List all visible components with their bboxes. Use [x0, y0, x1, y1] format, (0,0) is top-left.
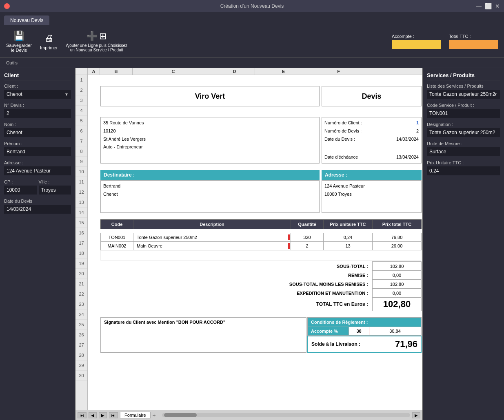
client-field-group: Client : Chenot ▼	[4, 84, 71, 99]
date-echeance-value: 13/04/2024	[396, 153, 419, 161]
table-header-row: Code Description Quantité Prix unitaire …	[89, 219, 422, 261]
code-field-group: Code Service / Produit :	[427, 103, 500, 118]
tab-nouveau-devis[interactable]: Nouveau Devis	[4, 15, 49, 25]
signature-label: Signature du Client avec Mention "BON PO…	[104, 320, 303, 325]
rn-6: 6	[75, 126, 87, 136]
maximize-icon[interactable]: ⬜	[485, 3, 492, 9]
row-9	[89, 164, 422, 170]
dest-address-cell: 124 Avenue Pasteur 10000 Troyes	[322, 180, 422, 213]
scroll-right-btn[interactable]: ▶	[412, 412, 420, 418]
date-field-group: Date du Devis	[4, 199, 71, 214]
client-select[interactable]: Chenot	[4, 90, 71, 99]
rn-14: 14	[75, 208, 87, 218]
addr4: Auto - Entrepreneur	[103, 143, 317, 151]
rn-11: 11	[75, 177, 87, 187]
rn-30: 30	[75, 371, 87, 381]
nav-prev-btn[interactable]: ◀	[89, 412, 97, 418]
company-address-cell: 35 Route de Vannes 10120 St André Les Ve…	[100, 117, 320, 164]
client-label: Client :	[4, 84, 71, 88]
rn-1: 1	[75, 75, 87, 85]
adresse-label: Adresse :	[4, 160, 71, 165]
row1-desc: Tonte Gazon superieur 250m2	[133, 233, 291, 242]
n-devis-label: N° Devis :	[4, 103, 71, 108]
nav-last-btn[interactable]: ⏭	[109, 412, 118, 418]
minimize-icon[interactable]: —	[476, 3, 482, 9]
prix-input[interactable]	[427, 166, 500, 175]
destinataire-header-cell: Destinataire :	[100, 170, 320, 180]
rn-20: 20	[75, 269, 87, 279]
right-panel: Services / Produits Liste des Services /…	[422, 68, 504, 420]
accompte-pct-value: 30	[349, 327, 369, 335]
cp-field-group: CP :	[4, 179, 37, 195]
th-qty: Quantité	[291, 220, 324, 229]
addr2: 10120	[103, 127, 317, 135]
date-input[interactable]	[4, 205, 71, 214]
main-area: Client Client : Chenot ▼ N° Devis : Nom …	[0, 68, 504, 420]
rn-18: 18	[75, 248, 87, 259]
ville-input[interactable]	[39, 186, 71, 195]
solde-row: Solde à la Livraison : 71,96	[307, 336, 422, 353]
rn-7: 7	[75, 136, 87, 146]
add-sheet-btn[interactable]: +	[153, 412, 156, 418]
rn-28: 28	[75, 350, 87, 360]
grid-icon: ⊞	[99, 31, 107, 42]
row1-qty: 320	[291, 233, 324, 242]
total-ttc-input[interactable]	[449, 40, 498, 49]
rn-13: 13	[75, 197, 87, 208]
close-icon[interactable]: ✕	[495, 3, 500, 9]
ville-label: Ville :	[39, 179, 71, 184]
nom-input[interactable]	[4, 128, 71, 137]
close-dot[interactable]	[4, 3, 10, 9]
add-line-button[interactable]: ➕ ⊞ Ajouter une Ligne puis Choisissez un…	[66, 31, 127, 52]
n-devis-input[interactable]	[4, 109, 71, 118]
tools-label[interactable]: Outils	[6, 60, 18, 65]
h-scrollbar-track[interactable]	[162, 413, 410, 417]
prix-field-group: Prix Unitaire TTC :	[427, 160, 500, 175]
row-numbers: 1 2 3 4 5 6 7 8 9 10 11 12 13 14	[75, 75, 88, 410]
list-select[interactable]: Tonte Gazon superieur 250m2	[427, 90, 500, 99]
conditions-header: Conditions de Règlement :	[307, 317, 422, 327]
row1-indicator	[288, 234, 290, 240]
dest-content-cell: Bertrand Chenot	[100, 180, 320, 213]
invoice-table: Code Description Quantité Prix unitaire …	[100, 219, 422, 261]
nav-first-btn[interactable]: ⏮	[78, 412, 87, 418]
adresse-field-group: Adresse :	[4, 160, 71, 175]
totals-section: SOUS-TOTAL : 102,80 REMISE : 0,00 SOUS-T…	[89, 261, 422, 311]
rn-8: 8	[75, 146, 87, 157]
nav-next-btn[interactable]: ▶	[99, 412, 107, 418]
title-bar: Création d'un Nouveau Devis — ⬜ ✕	[0, 0, 504, 12]
save-button[interactable]: 💾 Sauvegarder le Devis	[6, 31, 32, 53]
prenom-input[interactable]	[4, 147, 71, 156]
rn-3: 3	[75, 95, 87, 106]
invoice-content[interactable]: Viro Vert Devis	[88, 75, 422, 410]
row-nums-list: 1 2 3 4 5 6 7 8 9 10 11 12 13 14	[75, 75, 87, 381]
prenom-label: Prénom :	[4, 141, 71, 146]
signature-space	[104, 325, 303, 349]
accompte-input[interactable]	[392, 40, 441, 49]
rn-26: 26	[75, 330, 87, 340]
corner-cell	[75, 68, 88, 75]
solde-label: Solde à la Livraison :	[311, 341, 360, 347]
signature-row: Signature du Client avec Mention "BON PO…	[89, 317, 422, 353]
unite-input[interactable]	[427, 147, 500, 156]
date-devis-label: Date du Devis :	[324, 135, 355, 144]
sheet-tab-formulaire[interactable]: Formulaire	[120, 412, 151, 418]
print-button[interactable]: 🖨 Imprimer	[40, 33, 58, 50]
row2-desc: Main Oeuvre	[133, 242, 291, 250]
num-devis-value: 2	[416, 127, 419, 135]
services-section-title: Services / Produits	[427, 72, 500, 80]
th-pt: Prix total TTC	[373, 220, 422, 229]
ville-field-group: Ville :	[39, 179, 71, 195]
rn-23: 23	[75, 299, 87, 309]
row1-pu: 0,24	[324, 233, 373, 242]
row-27	[89, 311, 422, 317]
adresse-input[interactable]	[4, 166, 71, 175]
add-line-label: Ajouter une Ligne puis Choisissez un Nou…	[66, 43, 127, 52]
unite-field-group: Unité de Mesure :	[427, 141, 500, 156]
designation-input[interactable]	[427, 128, 500, 137]
designation-label: Désignation :	[427, 122, 500, 127]
code-label: Code Service / Produit :	[427, 103, 500, 108]
h-scrollbar-thumb[interactable]	[164, 413, 197, 417]
code-input[interactable]	[427, 109, 500, 118]
cp-input[interactable]	[4, 186, 37, 195]
